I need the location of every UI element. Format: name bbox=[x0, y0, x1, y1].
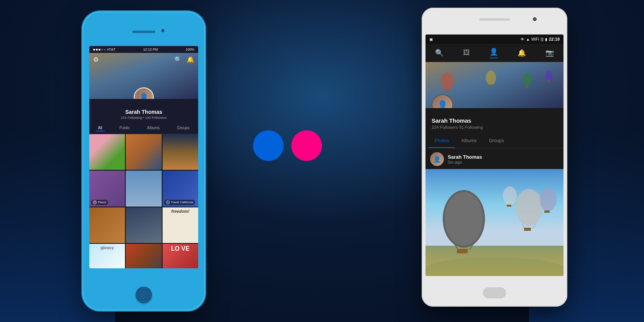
album-icon-travel: ✈ bbox=[166, 200, 170, 204]
android-app-nav: 🔍 🖼 👤 🔔 📷 bbox=[426, 44, 564, 62]
signal-bars bbox=[93, 49, 106, 51]
android-eye-icon: 👁 bbox=[521, 37, 524, 41]
photo-sky bbox=[126, 171, 161, 206]
album-icon: ☰ bbox=[93, 200, 97, 204]
tab-groups[interactable]: Groups bbox=[175, 125, 192, 131]
iphone-avatar-wrap: 👤 bbox=[134, 87, 154, 99]
search-nav-icon[interactable]: 🔍 bbox=[435, 49, 444, 57]
tab-public[interactable]: Public bbox=[117, 125, 132, 131]
android-photo[interactable] bbox=[426, 169, 564, 276]
android-hw-buttons bbox=[472, 288, 518, 299]
android-post-meta: Sarah Thomas 5m ago bbox=[448, 154, 482, 164]
plants-label-text: Plants bbox=[98, 200, 106, 204]
signal-bar-2 bbox=[96, 49, 98, 51]
photo-flowers bbox=[89, 134, 125, 170]
svg-rect-25 bbox=[507, 205, 511, 207]
grid-cell-love[interactable]: LO VE bbox=[163, 244, 198, 268]
grid-cell-bridge[interactable] bbox=[126, 134, 161, 170]
iphone-tabs: All Public Albums Groups bbox=[89, 123, 198, 134]
iphone-home-button[interactable] bbox=[136, 287, 152, 303]
travel-album-label: ✈ Travel California bbox=[164, 200, 195, 205]
android-speaker bbox=[479, 18, 510, 21]
signal-bar-1 bbox=[93, 49, 95, 51]
iphone-device: AT&T 12:12 PM 100% ⚙ 🔍 🔔 👤 bbox=[82, 12, 205, 310]
love-text: LO VE bbox=[163, 244, 198, 254]
svg-point-14 bbox=[445, 192, 483, 246]
grid-cell-freedom[interactable]: freedom! bbox=[163, 207, 198, 243]
android-following: 91 Following bbox=[459, 125, 483, 130]
grid-cell-golden-gate[interactable]: 🗺 Roads bbox=[126, 244, 161, 268]
settings-icon[interactable]: ⚙ bbox=[93, 56, 99, 63]
svg-point-24 bbox=[503, 186, 517, 205]
flickr-pink-dot bbox=[291, 130, 322, 161]
signal-bar-3 bbox=[99, 49, 100, 51]
android-status-bar: ▣ 👁 ▲ WiFi ||| ▮ 22:18 bbox=[426, 34, 564, 44]
user-name: Sarah Thomas bbox=[89, 109, 198, 115]
iphone-photo-grid: ☰ Plants ✈ Travel California bbox=[89, 134, 198, 268]
balloon-scene bbox=[426, 169, 564, 276]
signal-bar-4 bbox=[101, 49, 103, 51]
svg-point-9 bbox=[545, 71, 553, 81]
grid-cell-blur[interactable] bbox=[89, 207, 125, 243]
android-avatar: 👤 bbox=[432, 94, 453, 108]
android-tab-albums[interactable]: Albums bbox=[455, 134, 483, 148]
flickr-logo bbox=[253, 130, 322, 161]
android-tab-groups[interactable]: Groups bbox=[483, 134, 510, 148]
android-wifi-icon: WiFi bbox=[531, 37, 539, 41]
notifications-nav-icon[interactable]: 🔔 bbox=[518, 49, 526, 57]
android-post-header: 👤 Sarah Thomas 5m ago bbox=[430, 152, 559, 166]
android-avatar-container: 👤 bbox=[432, 94, 453, 108]
flickr-blue-dot bbox=[253, 130, 284, 161]
grid-cell-travel-album[interactable]: ✈ Travel California bbox=[163, 171, 198, 206]
plants-album-label: ☰ Plants bbox=[91, 200, 108, 205]
photo-bridge bbox=[126, 134, 161, 170]
grid-cell-plants-album[interactable]: ☰ Plants bbox=[89, 171, 125, 206]
photo-freedom: freedom! bbox=[163, 207, 198, 243]
svg-point-3 bbox=[441, 72, 454, 90]
android-tabs: Photos Albums Groups bbox=[426, 134, 564, 148]
iphone-status-bar: AT&T 12:12 PM 100% bbox=[89, 46, 198, 53]
iphone-body: AT&T 12:12 PM 100% ⚙ 🔍 🔔 👤 bbox=[82, 12, 205, 310]
android-profile-info: Sarah Thomas 224 Followers 91 Following bbox=[426, 108, 564, 134]
grid-cell-glossy[interactable]: glossy bbox=[89, 244, 125, 268]
android-followers: 224 Followers bbox=[432, 125, 458, 130]
android-post-time: 5m ago bbox=[448, 160, 482, 164]
android-camera-front bbox=[533, 17, 537, 21]
android-status-left: ▣ bbox=[429, 37, 433, 41]
tab-all[interactable]: All bbox=[95, 125, 104, 131]
glossy-text: glossy bbox=[89, 244, 125, 251]
grid-cell-road[interactable] bbox=[126, 207, 161, 243]
svg-rect-23 bbox=[544, 210, 550, 213]
android-post-user-name: Sarah Thomas bbox=[448, 154, 482, 160]
android-post: 👤 Sarah Thomas 5m ago bbox=[426, 148, 564, 166]
svg-point-7 bbox=[523, 73, 532, 86]
grid-cell-sky[interactable] bbox=[126, 171, 161, 206]
tab-albums[interactable]: Albums bbox=[145, 125, 162, 131]
photos-nav-icon[interactable]: 🖼 bbox=[463, 49, 470, 57]
grid-cell-sunset[interactable] bbox=[163, 134, 198, 170]
grid-cell-flowers[interactable] bbox=[89, 134, 125, 170]
svg-point-5 bbox=[486, 71, 496, 85]
photo-golden-gate bbox=[126, 244, 161, 268]
profile-nav-icon[interactable]: 👤 bbox=[490, 48, 498, 58]
iphone-carrier-info: AT&T bbox=[93, 48, 115, 51]
svg-rect-10 bbox=[547, 80, 550, 82]
svg-rect-8 bbox=[526, 85, 529, 88]
iphone-speaker bbox=[132, 31, 155, 33]
android-time: 22:18 bbox=[549, 37, 560, 41]
search-icon[interactable]: 🔍 bbox=[174, 56, 182, 63]
photo-blur bbox=[89, 207, 125, 243]
android-post-avatar: 👤 bbox=[430, 152, 444, 166]
iphone-screen: AT&T 12:12 PM 100% ⚙ 🔍 🔔 👤 bbox=[89, 46, 198, 268]
iphone-battery: 100% bbox=[186, 48, 194, 51]
iphone-header-nav: ⚙ 🔍 🔔 bbox=[89, 56, 198, 63]
signal-bar-5 bbox=[104, 49, 106, 51]
camera-nav-icon[interactable]: 📷 bbox=[545, 49, 554, 57]
notifications-icon[interactable]: 🔔 bbox=[187, 56, 194, 63]
svg-rect-6 bbox=[489, 84, 492, 87]
iphone-camera-front bbox=[161, 29, 164, 32]
android-home-button[interactable] bbox=[483, 288, 506, 298]
android-app-icon: ▣ bbox=[429, 37, 433, 41]
travel-label-text: Travel California bbox=[171, 200, 193, 204]
android-tab-photos[interactable]: Photos bbox=[429, 134, 455, 148]
